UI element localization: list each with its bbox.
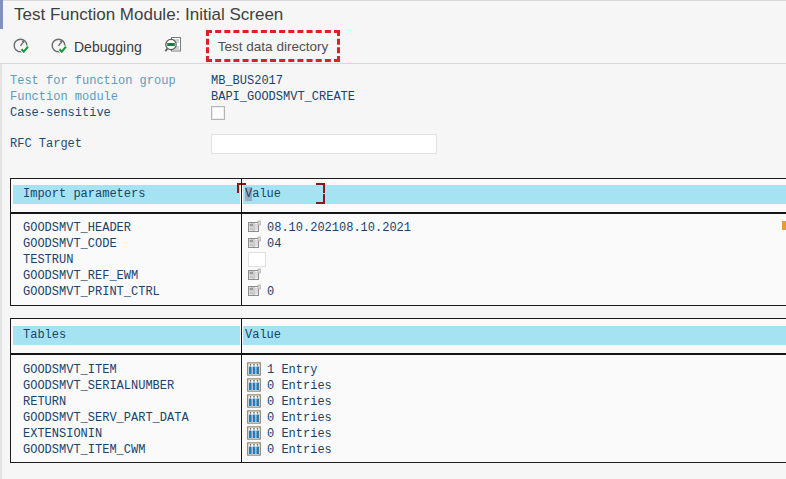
table-row: EXTENSIONIN 0 Entries (11, 426, 786, 442)
table-param-value[interactable]: 1 Entry (267, 363, 317, 377)
parameter-name[interactable]: GOODSMVT_PRINT_CTRL (23, 285, 160, 299)
tables-value-header[interactable]: Value (245, 328, 281, 342)
parameter-name[interactable]: TESTRUN (23, 253, 73, 267)
table-param-name[interactable]: GOODSMVT_ITEM_CWM (23, 443, 145, 457)
table-param-value[interactable]: 0 Entries (267, 443, 332, 457)
debugging-label: Debugging (74, 39, 142, 55)
table-icon[interactable] (247, 378, 261, 392)
test-data-directory-icon-button[interactable] (164, 36, 183, 55)
parameter-value[interactable]: 08.10.202108.10.2021 (267, 221, 411, 235)
table-row: GOODSMVT_ITEM 1 Entry (11, 362, 786, 378)
table-row: GOODSMVT_HEADER 08.10.202108.10.2021 (11, 220, 786, 236)
table-param-name[interactable]: GOODSMVT_ITEM (23, 363, 117, 377)
structure-icon[interactable] (247, 268, 261, 282)
function-group-label: Test for function group (10, 74, 176, 88)
tables-table: Tables Value GOODSMVT_ITEM 1 Entry GOODS… (10, 318, 786, 463)
testrun-value-input[interactable] (248, 252, 266, 267)
table-row: GOODSMVT_SERIALNUMBER 0 Entries (11, 378, 786, 394)
test-data-directory-button[interactable]: Test data directory (214, 39, 332, 54)
parameter-value[interactable]: 04 (267, 237, 281, 251)
function-module-label: Function module (10, 90, 118, 104)
rfc-target-label: RFC Target (10, 137, 82, 151)
table-icon[interactable] (247, 394, 261, 408)
table-row: RETURN 0 Entries (11, 394, 786, 410)
table-row: GOODSMVT_SERV_PART_DATA 0 Entries (11, 410, 786, 426)
case-sensitive-checkbox[interactable] (211, 106, 225, 120)
table-param-value[interactable]: 0 Entries (267, 395, 332, 409)
table-icon[interactable] (247, 362, 261, 376)
import-parameters-header[interactable]: Import parameters (23, 187, 145, 201)
parameter-value[interactable]: 0 (267, 285, 274, 299)
import-value-header[interactable]: Value (245, 187, 281, 201)
table-row: GOODSMVT_ITEM_CWM 0 Entries (11, 442, 786, 458)
case-sensitive-label: Case-sensitive (10, 106, 111, 120)
table-param-name[interactable]: EXTENSIONIN (23, 427, 102, 441)
execute-debugging-button[interactable]: Debugging (50, 37, 142, 56)
header-separator (11, 353, 786, 355)
import-parameters-table: Import parameters Value GOODSMVT_HEADER … (10, 178, 786, 306)
tables-header-band-right (243, 326, 786, 345)
import-header-band-right (243, 185, 786, 204)
rfc-target-input[interactable] (211, 134, 437, 154)
value-header-rest: alue (252, 187, 281, 201)
structure-icon[interactable] (247, 220, 261, 234)
table-param-name[interactable]: RETURN (23, 395, 66, 409)
window-titlebar: Test Function Module: Initial Screen (0, 0, 786, 31)
page-title: Test Function Module: Initial Screen (14, 1, 283, 29)
parameter-name[interactable]: GOODSMVT_HEADER (23, 221, 131, 235)
function-group-value[interactable]: MB_BUS2017 (211, 74, 283, 88)
parameter-name[interactable]: GOODSMVT_CODE (23, 237, 117, 251)
left-edge-divider (0, 30, 2, 479)
table-param-value[interactable]: 0 Entries (267, 411, 332, 425)
title-accent-bar (0, 0, 3, 29)
sap-test-function-module-window: Test Function Module: Initial Screen Deb… (0, 0, 786, 479)
test-data-list-icon (164, 36, 183, 55)
table-row: GOODSMVT_PRINT_CTRL 0 (11, 284, 786, 300)
structure-icon[interactable] (247, 284, 261, 298)
annotation-highlight-box: Test data directory (206, 30, 340, 62)
table-icon[interactable] (247, 426, 261, 440)
table-param-value[interactable]: 0 Entries (267, 427, 332, 441)
table-row: GOODSMVT_REF_EWM (11, 268, 786, 284)
table-icon[interactable] (247, 442, 261, 456)
table-param-name[interactable]: GOODSMVT_SERV_PART_DATA (23, 411, 189, 425)
tables-header[interactable]: Tables (23, 328, 66, 342)
execute-icon (12, 37, 31, 56)
table-row: GOODSMVT_CODE 04 (11, 236, 786, 252)
execute-button[interactable] (12, 37, 31, 56)
table-param-value[interactable]: 0 Entries (267, 379, 332, 393)
parameter-name[interactable]: GOODSMVT_REF_EWM (23, 269, 138, 283)
table-icon[interactable] (247, 410, 261, 424)
table-row: TESTRUN (11, 252, 786, 268)
table-param-name[interactable]: GOODSMVT_SERIALNUMBER (23, 379, 174, 393)
execute-debugging-icon (50, 37, 69, 56)
structure-icon[interactable] (247, 236, 261, 250)
header-separator (11, 212, 786, 214)
function-module-value[interactable]: BAPI_GOODSMVT_CREATE (211, 90, 355, 104)
application-toolbar: Debugging (0, 30, 786, 64)
